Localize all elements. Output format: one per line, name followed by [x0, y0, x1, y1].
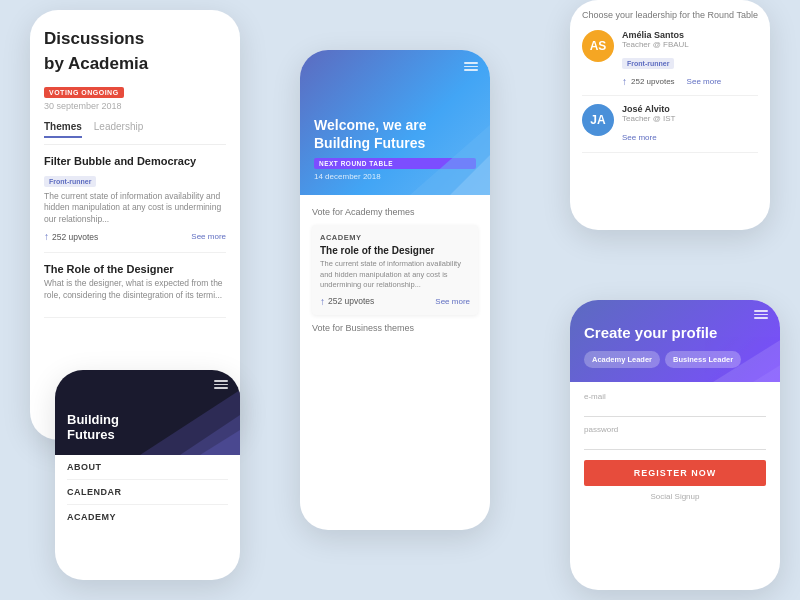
discussion-item: Filter Bubble and Democracy Front-runner… [44, 155, 226, 254]
password-input-line [584, 436, 766, 450]
front-runner-badge: Front-runner [44, 176, 96, 187]
academy-label: ACADEMY [320, 233, 470, 242]
profile-see-more[interactable]: See more [687, 77, 722, 86]
discussion-title: Filter Bubble and Democracy [44, 155, 226, 167]
academy-card-title: The role of the Designer [320, 245, 470, 256]
profile-decoration [685, 307, 780, 382]
leadership-heading: Choose your leadership for the Round Tab… [582, 10, 758, 22]
profile-name: Amélia Santos [622, 30, 721, 40]
menu-line [464, 66, 478, 68]
avatar: AS [582, 30, 614, 62]
tab-leadership[interactable]: Leadership [94, 121, 143, 138]
vote-arrow[interactable]: ↑ [622, 76, 627, 87]
front-runner-tag: Front-runner [622, 58, 674, 69]
vote-academy-label: Vote for Academy themes [312, 207, 478, 217]
tab-themes[interactable]: Themes [44, 121, 82, 138]
email-label: e-mail [584, 392, 766, 401]
menu-line [464, 62, 478, 64]
academy-upvotes: ↑ 252 upvotes [320, 296, 374, 307]
avatar: JA [582, 104, 614, 136]
nav-calendar[interactable]: CALENDAR [67, 480, 228, 505]
academy-card: ACADEMY The role of the Designer The cur… [312, 225, 478, 315]
profile-see-more[interactable]: See more [622, 133, 657, 142]
academy-card-desc: The current state of information availab… [320, 259, 470, 291]
nav-about[interactable]: ABOUT [67, 455, 228, 480]
upvote-arrow[interactable]: ↑ [44, 231, 49, 242]
voting-badge: VOTING ONGOING [44, 87, 124, 98]
profile-role: Teacher @ FBAUL [622, 40, 721, 49]
hamburger-menu[interactable] [464, 62, 478, 71]
academy-see-more[interactable]: See more [435, 297, 470, 306]
discussion-item: The Role of the Designer What is the des… [44, 263, 226, 318]
profile-role: Teacher @ IST [622, 114, 675, 123]
profile-upvotes: 252 upvotes [631, 77, 675, 86]
nav-academy[interactable]: ACADEMY [67, 505, 228, 529]
email-input-line [584, 403, 766, 417]
phone-leadership: Choose your leadership for the Round Tab… [570, 0, 770, 230]
discussions-subtitle: by Academia [44, 53, 226, 74]
discussion-text: What is the designer, what is expected f… [44, 278, 226, 302]
academy-leader-btn[interactable]: Academy Leader [584, 351, 660, 368]
profile-info: Amélia Santos Teacher @ FBAUL Front-runn… [622, 30, 721, 87]
register-button[interactable]: REGISTER NOW [584, 460, 766, 486]
profile-info: José Alvito Teacher @ IST See more [622, 104, 675, 144]
nav-decoration [110, 370, 240, 455]
social-signup-link[interactable]: Social Signup [584, 492, 766, 501]
see-more-link[interactable]: See more [191, 232, 226, 241]
phone-nav: Building Futures ABOUT CALENDAR ACADEMY [55, 370, 240, 580]
profile-row: JA José Alvito Teacher @ IST See more [582, 104, 758, 153]
password-label: password [584, 425, 766, 434]
discussions-title: Discussions [44, 28, 226, 49]
profile-name: José Alvito [622, 104, 675, 114]
email-field[interactable]: e-mail [584, 392, 766, 417]
discussion-text: The current state of information availab… [44, 191, 226, 227]
vote-business-label: Vote for Business themes [312, 323, 478, 333]
password-field[interactable]: password [584, 425, 766, 450]
phone-create-profile: Create your profile Academy Leader Busin… [570, 300, 780, 590]
profile-row: AS Amélia Santos Teacher @ FBAUL Front-r… [582, 30, 758, 96]
upvote-icon[interactable]: ↑ [320, 296, 325, 307]
brand-name: Building Futures [67, 412, 119, 443]
discussions-date: 30 september 2018 [44, 101, 226, 111]
upvotes-count: ↑ 252 upvotes [44, 231, 98, 242]
discussion-title: The Role of the Designer [44, 263, 226, 275]
menu-line [464, 69, 478, 71]
phone-building-futures: Welcome, we are Building Futures NEXT RO… [300, 50, 490, 530]
header-decoration [370, 105, 490, 195]
